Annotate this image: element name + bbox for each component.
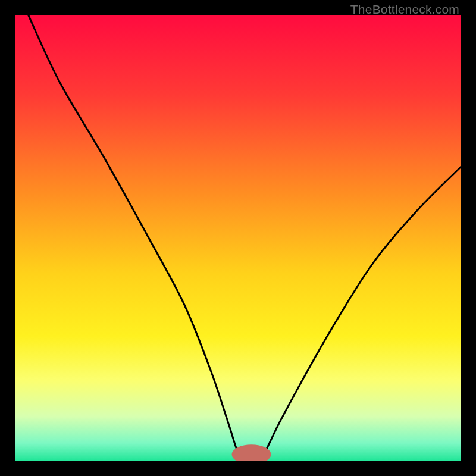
chart-svg xyxy=(15,15,461,461)
plot-area xyxy=(15,15,461,461)
gradient-background xyxy=(15,15,461,461)
chart-frame: TheBottleneck.com xyxy=(0,0,476,476)
